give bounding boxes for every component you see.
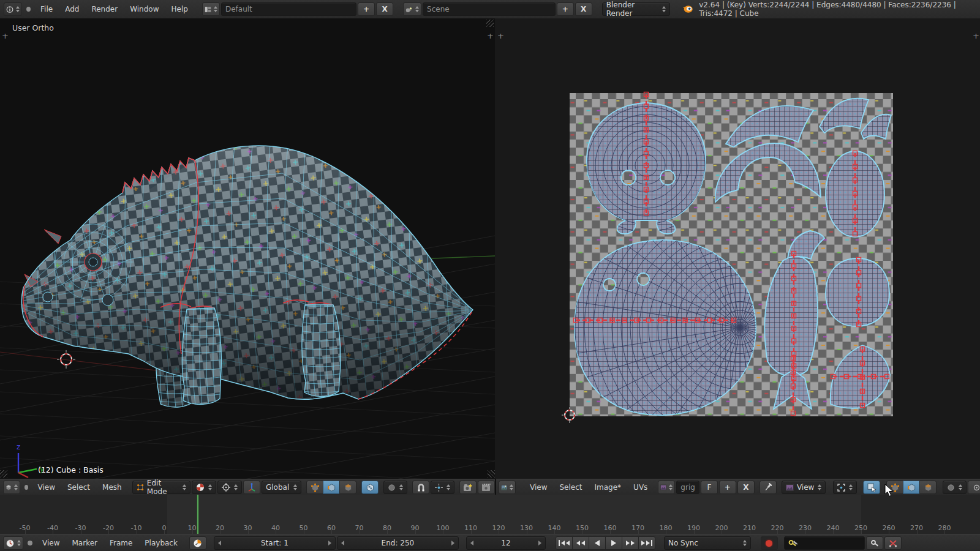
menu-select[interactable]: Select [554,483,587,492]
menu-uvs[interactable]: UVs [628,483,653,492]
transform-orientation-dropdown[interactable]: Global [262,481,301,494]
clapperboard-icon [481,483,491,492]
snap-toggle[interactable] [412,481,429,494]
menu-file[interactable]: File [35,5,58,13]
menu-view[interactable]: View [524,483,552,492]
image-name-field[interactable]: grig [676,481,699,494]
image-thumb-icon [660,484,666,491]
increment-arrow-icon[interactable] [451,541,454,545]
uv-image-editor[interactable] [495,18,980,479]
manipulator-toggle[interactable] [243,481,260,494]
menu-marker[interactable]: Marker [66,539,102,547]
screen-layout-delete-button[interactable]: X [376,2,393,16]
render-opengl-button[interactable] [459,481,477,494]
insert-keyframe-button[interactable] [866,536,883,550]
face-select-mode-button[interactable] [919,481,937,494]
current-frame-field[interactable]: 12 [466,536,546,550]
delete-keyframe-button[interactable] [884,536,902,550]
scene-add-button[interactable]: + [557,2,574,16]
screen-layout-add-button[interactable]: + [358,2,375,16]
region-expand-right-icon[interactable]: + [487,33,494,39]
collapse-menus-toggle[interactable] [26,7,31,12]
edge-select-mode-button[interactable] [903,481,920,494]
display-channels-dropdown[interactable]: View [782,481,826,494]
menu-mesh[interactable]: Mesh [97,483,127,492]
menu-select[interactable]: Select [62,483,96,492]
viewport-3d[interactable]: z y [0,18,495,479]
image-new-button[interactable]: + [719,481,736,494]
render-opengl-anim-button[interactable] [478,481,495,494]
face-select-mode-button[interactable] [339,481,356,494]
screen-layout-browse-button[interactable] [202,2,220,16]
image-unlink-button[interactable]: X [737,481,755,494]
previous-keyframe-button[interactable] [572,536,589,550]
menu-frame[interactable]: Frame [104,539,138,547]
current-frame-indicator[interactable] [197,495,198,534]
decrement-arrow-icon[interactable] [470,541,473,545]
menu-render[interactable]: Render [86,5,123,13]
next-keyframe-button[interactable] [622,536,639,550]
decrement-arrow-icon[interactable] [218,541,221,545]
collapse-menus-toggle[interactable] [28,541,32,545]
snap-element-dropdown[interactable] [431,481,454,494]
editor-type-timeline-button[interactable] [3,536,23,550]
ruler-tick-label: 200 [715,524,728,532]
timeline-ruler[interactable]: -50-40-30-20-100102030405060708090100110… [0,495,980,534]
edge-select-mode-button[interactable] [323,481,340,494]
keying-set-dropdown[interactable] [784,536,865,550]
sync-uv-selection-toggle[interactable] [863,481,880,494]
area-corner-widget[interactable] [486,20,494,27]
decrement-arrow-icon[interactable] [341,541,344,545]
pivot-point-dropdown[interactable] [217,481,242,494]
region-expand-left-icon[interactable]: + [2,33,9,39]
menu-help[interactable]: Help [165,5,193,13]
render-engine-dropdown[interactable]: Blender Render [602,2,670,16]
area-corner-widget[interactable] [488,470,495,478]
ruler-tick-label: 90 [411,524,420,532]
show-seconds-toggle[interactable] [189,536,206,550]
image-browse-button[interactable] [658,481,675,494]
frame-start-field[interactable]: Start: 1 [214,536,336,550]
sticky-selection-dropdown[interactable] [943,481,967,494]
increment-arrow-icon[interactable] [328,541,331,545]
proportional-edit-dropdown[interactable] [383,481,407,494]
increment-arrow-icon[interactable] [538,541,541,545]
active-object-label: (12) Cube : Basis [38,465,104,474]
frame-end-field[interactable]: End: 250 [337,536,459,550]
mode-dropdown[interactable]: Edit Mode [132,481,190,494]
sync-mode-dropdown[interactable]: No Sync [664,536,751,550]
menu-image[interactable]: Image* [589,483,627,492]
jump-to-end-button[interactable] [638,536,655,550]
menu-add[interactable]: Add [59,5,85,13]
vertex-select-mode-button[interactable] [306,481,323,494]
ruler-tick-label: -40 [47,524,58,532]
viewport-shading-dropdown[interactable] [192,481,216,494]
fake-user-button[interactable]: F [701,481,718,494]
scene-delete-button[interactable]: X [575,2,592,16]
region-expand-right-icon[interactable]: + [973,33,979,39]
scene-name-field[interactable]: Scene [423,2,556,16]
image-pin-toggle[interactable] [760,481,777,494]
uv-snap-dropdown[interactable] [833,481,857,494]
jump-to-start-button[interactable] [556,536,573,550]
pivot-dropdown[interactable] [968,481,980,494]
editor-type-info-button[interactable] [4,2,22,16]
auto-keyframe-record-toggle[interactable] [761,536,778,550]
collapse-menus-toggle[interactable] [24,485,28,490]
region-expand-left-icon[interactable]: + [497,33,504,39]
ruler-tick-label: 60 [327,524,336,532]
menu-view[interactable]: View [32,483,61,492]
play-button[interactable] [605,536,622,550]
area-corner-widget[interactable] [0,470,7,478]
editor-type-image-button[interactable] [499,481,516,494]
menu-view[interactable]: View [37,539,65,547]
menu-playback[interactable]: Playback [139,539,183,547]
scene-browse-button[interactable] [403,2,421,16]
limit-selection-visible-toggle[interactable] [361,481,379,494]
editor-type-3dview-button[interactable] [3,481,20,494]
play-reverse-button[interactable] [589,536,606,550]
vertex-select-mode-button[interactable] [886,481,903,494]
menu-window[interactable]: Window [124,5,164,13]
ruler-tick-label: 250 [854,524,867,532]
screen-layout-name-field[interactable]: Default [221,2,356,16]
